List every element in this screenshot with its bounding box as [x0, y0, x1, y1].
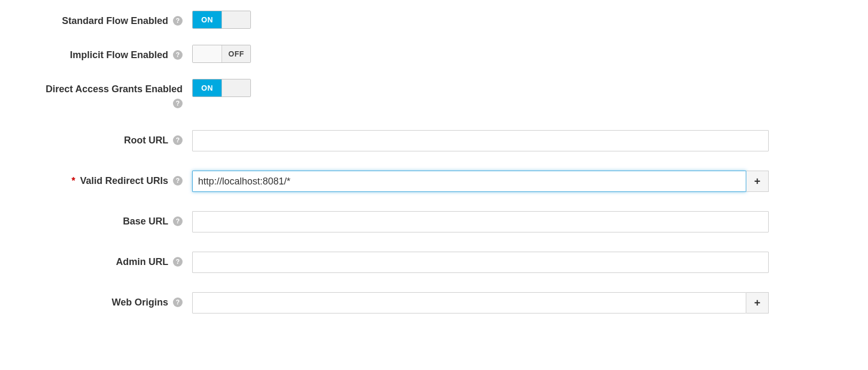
- control-implicit-flow: ON OFF: [192, 45, 769, 63]
- control-web-origins: +: [192, 292, 769, 313]
- row-web-origins: Web Origins ? +: [32, 292, 836, 313]
- row-root-url: Root URL ?: [32, 130, 836, 151]
- toggle-on-label: ON: [193, 45, 222, 62]
- control-root-url: [192, 130, 769, 151]
- toggle-implicit-flow[interactable]: ON OFF: [192, 45, 251, 63]
- add-redirect-uri-button[interactable]: +: [746, 171, 769, 192]
- label-text: Web Origins: [112, 297, 168, 308]
- row-admin-url: Admin URL ?: [32, 252, 836, 273]
- label-web-origins: Web Origins ?: [32, 292, 192, 310]
- label-text: Admin URL: [116, 256, 168, 267]
- label-admin-url: Admin URL ?: [32, 252, 192, 269]
- row-standard-flow: Standard Flow Enabled ? ON OFF: [32, 11, 836, 29]
- redirect-uris-input[interactable]: [192, 171, 746, 192]
- label-text: Implicit Flow Enabled: [70, 50, 168, 60]
- toggle-off-label: OFF: [222, 45, 250, 62]
- label-standard-flow: Standard Flow Enabled ?: [32, 11, 192, 28]
- help-icon[interactable]: ?: [173, 16, 183, 26]
- help-icon[interactable]: ?: [173, 135, 183, 145]
- help-icon[interactable]: ?: [173, 176, 183, 186]
- row-implicit-flow: Implicit Flow Enabled ? ON OFF: [32, 45, 836, 63]
- label-text: Root URL: [124, 135, 168, 146]
- label-text: Base URL: [123, 216, 168, 227]
- toggle-off-label: OFF: [222, 79, 250, 96]
- label-text: Direct Access Grants Enabled: [46, 84, 183, 94]
- control-admin-url: [192, 252, 769, 273]
- toggle-on-label: ON: [193, 11, 222, 28]
- label-text: Valid Redirect URIs: [80, 175, 168, 186]
- row-redirect-uris: * Valid Redirect URIs ? +: [32, 171, 836, 192]
- help-icon[interactable]: ?: [173, 297, 183, 307]
- add-web-origin-button[interactable]: +: [746, 292, 769, 313]
- help-icon[interactable]: ?: [173, 50, 183, 60]
- control-base-url: [192, 211, 769, 232]
- required-marker: *: [72, 175, 75, 186]
- control-redirect-uris: +: [192, 171, 769, 192]
- base-url-input[interactable]: [192, 211, 769, 232]
- toggle-standard-flow[interactable]: ON OFF: [192, 11, 251, 29]
- row-direct-access: Direct Access Grants Enabled ? ON OFF: [32, 79, 836, 111]
- label-root-url: Root URL ?: [32, 130, 192, 148]
- toggle-off-label: OFF: [222, 11, 250, 28]
- web-origins-input[interactable]: [192, 292, 746, 313]
- root-url-input[interactable]: [192, 130, 769, 151]
- label-text: Standard Flow Enabled: [62, 15, 168, 26]
- help-icon[interactable]: ?: [173, 99, 183, 108]
- control-standard-flow: ON OFF: [192, 11, 769, 29]
- row-base-url: Base URL ?: [32, 211, 836, 232]
- help-icon[interactable]: ?: [173, 257, 183, 267]
- label-base-url: Base URL ?: [32, 211, 192, 229]
- label-implicit-flow: Implicit Flow Enabled ?: [32, 45, 192, 62]
- control-direct-access: ON OFF: [192, 79, 769, 97]
- toggle-direct-access[interactable]: ON OFF: [192, 79, 251, 97]
- admin-url-input[interactable]: [192, 252, 769, 273]
- toggle-on-label: ON: [193, 79, 222, 96]
- label-redirect-uris: * Valid Redirect URIs ?: [32, 171, 192, 188]
- label-direct-access: Direct Access Grants Enabled ?: [32, 79, 192, 111]
- help-icon[interactable]: ?: [173, 216, 183, 226]
